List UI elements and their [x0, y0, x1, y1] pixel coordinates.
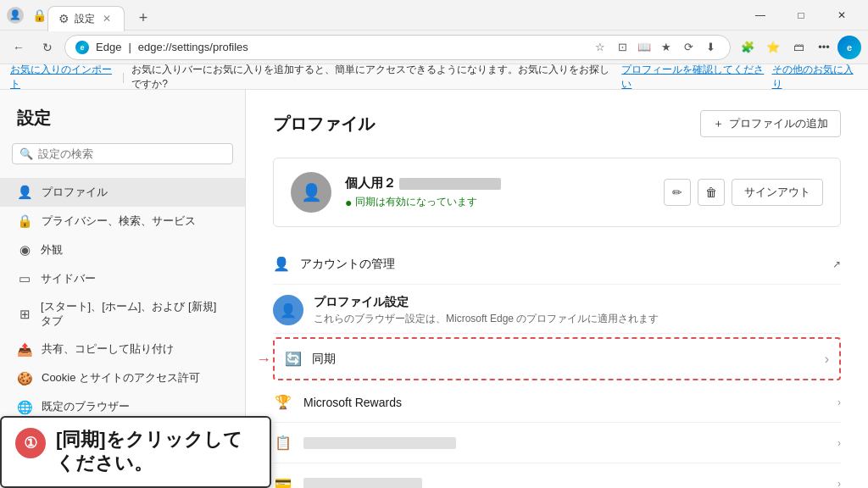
profile-settings-section: 👤 プロファイル設定 これらのブラウザー設定は、Microsoft Edge の…: [273, 285, 841, 334]
menu-item-3-text: [303, 437, 827, 449]
annotation-text: [同期]をクリックしてください。: [56, 428, 242, 476]
rewards-text: Microsoft Rewards: [303, 396, 827, 409]
profile-settings-icon: 👤: [273, 295, 303, 325]
sidebar-item-appearance-label: 外観: [41, 243, 228, 258]
address-bar[interactable]: e Edge | edge://settings/profiles ☆ ⊡ 📖 …: [64, 35, 731, 60]
content: プロファイル ＋ プロファイルの追加 👤 個人用２ ● 同期は有効になっています: [246, 90, 868, 488]
content-header: プロファイル ＋ プロファイルの追加: [273, 110, 841, 137]
settings-tab[interactable]: ⚙ 設定 ✕: [47, 6, 125, 31]
sidebar-item-sidebar-label: サイドバー: [41, 272, 228, 286]
history-icon[interactable]: ⟳: [679, 38, 698, 57]
sidebar-item-start-label: [スタート]、[ホーム]、および [新規] タブ: [41, 300, 228, 329]
account-manage-label: アカウントの管理: [300, 257, 822, 272]
sidebar-item-appearance[interactable]: ◉ 外観: [0, 236, 245, 264]
minimize-button[interactable]: —: [741, 2, 780, 29]
lock-icon: 🔒: [17, 214, 33, 229]
delete-profile-button[interactable]: 🗑: [698, 179, 725, 206]
more-button[interactable]: •••: [812, 36, 836, 59]
maximize-button[interactable]: □: [782, 2, 821, 29]
collections-icon[interactable]: 🗃: [787, 36, 810, 59]
extension-icon[interactable]: 🧩: [736, 36, 760, 59]
tab-close-button[interactable]: ✕: [100, 12, 114, 25]
titlebar: 👤 🔒 ⚙ 設定 ✕ + — □ ✕: [0, 0, 868, 30]
external-link-icon: ↗: [832, 258, 841, 270]
profile-sidebar-icon: 👤: [17, 185, 33, 200]
profile-icon[interactable]: 👤: [7, 7, 24, 24]
add-profile-button[interactable]: ＋ プロファイルの追加: [700, 110, 841, 137]
sync-chevron-icon: ›: [825, 352, 829, 367]
add-profile-label: プロファイルの追加: [729, 116, 828, 131]
red-arrow-icon: →: [256, 350, 271, 368]
refresh-button[interactable]: ↻: [36, 36, 59, 59]
menu-item-3-icon: 📋: [273, 435, 293, 451]
start-icon: ⊞: [17, 307, 32, 322]
rewards-menu-item[interactable]: 🏆 Microsoft Rewards ›: [273, 382, 841, 423]
tab-title: 設定: [75, 12, 95, 26]
star-icon[interactable]: ☆: [591, 38, 609, 57]
sidebar-item-profile[interactable]: 👤 プロファイル: [0, 178, 245, 207]
cookie-icon: 🍪: [17, 371, 33, 386]
titlebar-left: 👤 🔒: [7, 7, 47, 24]
download-icon[interactable]: ⬇: [701, 38, 720, 57]
split-icon[interactable]: ⊡: [613, 38, 632, 57]
toolbar-icons: 🧩 ⭐ 🗃 ••• e: [736, 36, 861, 59]
sidebar-item-sidebar[interactable]: ▭ サイドバー: [0, 264, 245, 293]
annotation-overlay: ① [同期]をクリックしてください。: [0, 416, 271, 488]
profile-info: 個人用２ ● 同期は有効になっています: [345, 175, 650, 209]
annotation-number: ①: [15, 428, 46, 458]
signout-button[interactable]: サインアウト: [732, 179, 823, 206]
sidebar-item-privacy[interactable]: 🔒 プライバシー、検索、サービス: [0, 207, 245, 236]
appearance-icon: ◉: [17, 242, 32, 258]
sidebar-item-share[interactable]: 📤 共有、コピーして貼り付け: [0, 336, 245, 364]
fav-icon[interactable]: ★: [657, 38, 676, 57]
menu-item-4-icon: 💳: [273, 475, 293, 488]
share-icon: 📤: [17, 342, 33, 358]
new-tab-button[interactable]: +: [131, 7, 155, 30]
sidebar-item-profile-label: プロファイル: [42, 186, 228, 200]
search-box[interactable]: 🔍: [12, 143, 233, 164]
profile-name-blur: [399, 178, 501, 190]
sidebar-item-cookies-label: Cookie とサイトのアクセス許可: [42, 371, 228, 385]
search-icon: 🔍: [19, 147, 33, 160]
menu-item-4-text: [303, 478, 827, 489]
rewards-chevron-icon: ›: [837, 396, 841, 408]
account-manage-item[interactable]: 👤 アカウントの管理 ↗: [273, 244, 841, 285]
menu-item-4[interactable]: 💳 ›: [273, 463, 841, 488]
profile-actions: ✏ 🗑 サインアウト: [664, 179, 823, 206]
menu-item-4-chevron-icon: ›: [837, 478, 841, 489]
close-button[interactable]: ✕: [822, 2, 861, 29]
infobar-right[interactable]: その他のお気に入り: [772, 63, 859, 92]
tab-icon-settings: 🔒: [31, 7, 47, 24]
profile-name: 個人用２: [345, 175, 650, 191]
infobar-import[interactable]: お気に入りのインポート: [10, 63, 115, 92]
sync-label: 同期: [312, 352, 815, 367]
reading-icon[interactable]: 📖: [635, 38, 654, 57]
infobar-sep: |: [122, 71, 125, 83]
avatar: 👤: [291, 172, 331, 213]
infobar-message: お気に入りバーにお気に入りを追加すると、簡単にアクセスできるようになります。お気…: [131, 63, 615, 92]
edit-profile-button[interactable]: ✏: [664, 179, 691, 206]
menu-item-3-chevron-icon: ›: [837, 437, 841, 449]
sync-icon: 🔄: [285, 351, 302, 367]
tabs-area: ⚙ 設定 ✕ +: [47, 0, 741, 30]
menu-item-3[interactable]: 📋 ›: [273, 423, 841, 463]
edge-copilot-button[interactable]: e: [837, 36, 861, 59]
profile-settings-info: プロファイル設定 これらのブラウザー設定は、Microsoft Edge のプロ…: [314, 295, 659, 326]
infobar: お気に入りのインポート | お気に入りバーにお気に入りを追加すると、簡単にアクセ…: [0, 64, 868, 90]
sidebar-title: 設定: [0, 107, 245, 143]
search-input[interactable]: [38, 147, 225, 160]
back-button[interactable]: ←: [7, 36, 31, 59]
favorites-icon[interactable]: ⭐: [761, 36, 785, 59]
sidebar-item-cookies[interactable]: 🍪 Cookie とサイトのアクセス許可: [0, 364, 245, 393]
infobar-link[interactable]: プロフィールを確認してください: [621, 63, 765, 92]
browser-icon: 🌐: [17, 400, 33, 415]
sidebar-item-default-browser-label: 既定のブラウザー: [42, 400, 228, 414]
content-title: プロファイル: [273, 113, 375, 136]
menu-item-3-title: [303, 437, 456, 449]
gear-icon: ⚙: [58, 12, 70, 25]
rewards-title: Microsoft Rewards: [303, 396, 827, 409]
menu-item-4-title: [303, 478, 422, 489]
sidebar-item-start[interactable]: ⊞ [スタート]、[ホーム]、および [新規] タブ: [0, 293, 245, 336]
sidebar-item-share-label: 共有、コピーして貼り付け: [42, 342, 228, 357]
sync-menu-item[interactable]: 🔄 同期 › →: [273, 337, 841, 380]
